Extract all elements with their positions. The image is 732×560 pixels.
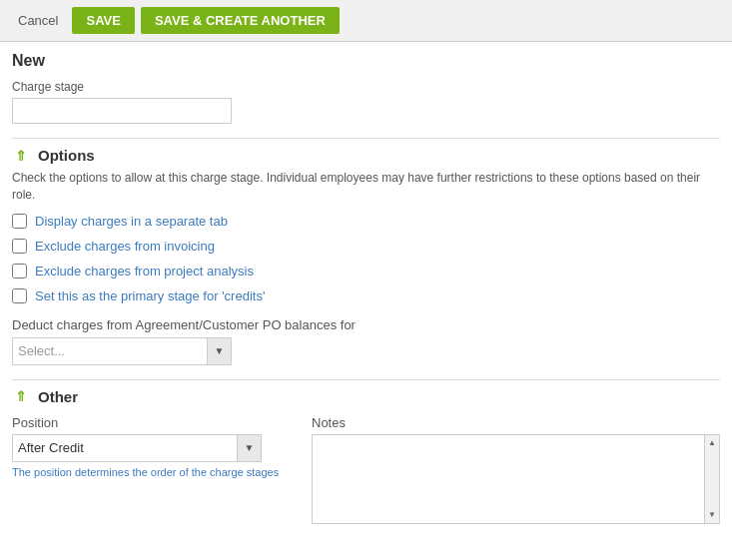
- deduct-select-arrow[interactable]: ▼: [207, 338, 231, 364]
- save-create-button[interactable]: SAVE & CREATE ANOTHER: [141, 7, 340, 34]
- chevron-down-icon: ▼: [245, 442, 255, 453]
- position-select[interactable]: After Credit Before Credit First Last: [13, 435, 237, 461]
- deduct-select-wrapper: Select... ▼: [12, 337, 232, 365]
- checkbox-item-4: Set this as the primary stage for 'credi…: [12, 288, 720, 303]
- checkbox-item-3: Exclude charges from project analysis: [12, 264, 720, 279]
- other-section: ⇑ Other Position After Credit Before Cre…: [12, 379, 720, 527]
- options-section: ⇑ Options Check the options to allow at …: [12, 138, 720, 365]
- deduct-label: Deduct charges from Agreement/Customer P…: [12, 317, 720, 332]
- scroll-down-arrow[interactable]: ▼: [705, 507, 719, 523]
- options-section-title: Options: [38, 147, 95, 164]
- exclude-invoicing-label: Exclude charges from invoicing: [35, 239, 215, 254]
- page-title: New: [12, 52, 720, 70]
- options-checkboxes: Display charges in a separate tab Exclud…: [12, 214, 720, 303]
- charge-stage-label: Charge stage: [12, 80, 720, 94]
- toolbar: Cancel SAVE SAVE & CREATE ANOTHER: [0, 0, 732, 42]
- exclude-project-analysis-checkbox[interactable]: [12, 264, 27, 279]
- checkbox-item-1: Display charges in a separate tab: [12, 214, 720, 229]
- other-left-column: Position After Credit Before Credit Firs…: [12, 415, 292, 527]
- cancel-button[interactable]: Cancel: [10, 9, 66, 32]
- position-hint: The position determines the order of the…: [12, 466, 292, 478]
- other-content: Position After Credit Before Credit Firs…: [12, 411, 720, 527]
- display-separate-tab-label: Display charges in a separate tab: [35, 214, 228, 229]
- other-section-header: ⇑ Other: [12, 380, 720, 411]
- position-select-wrapper: After Credit Before Credit First Last ▼: [12, 434, 262, 462]
- options-section-description: Check the options to allow at this charg…: [12, 170, 720, 204]
- position-select-arrow[interactable]: ▼: [237, 435, 261, 461]
- primary-stage-credits-label: Set this as the primary stage for 'credi…: [35, 288, 265, 303]
- charge-stage-input[interactable]: [12, 98, 232, 124]
- notes-textarea[interactable]: [312, 434, 720, 524]
- display-separate-tab-checkbox[interactable]: [12, 214, 27, 229]
- other-collapse-icon[interactable]: ⇑: [12, 388, 30, 404]
- scroll-up-arrow[interactable]: ▲: [705, 435, 719, 451]
- exclude-invoicing-checkbox[interactable]: [12, 239, 27, 254]
- primary-stage-credits-checkbox[interactable]: [12, 288, 27, 303]
- checkbox-item-2: Exclude charges from invoicing: [12, 239, 720, 254]
- exclude-project-analysis-label: Exclude charges from project analysis: [35, 264, 254, 279]
- charge-stage-field: Charge stage: [12, 80, 720, 124]
- chevron-down-icon: ▼: [215, 345, 225, 356]
- notes-label: Notes: [312, 415, 720, 430]
- other-right-column: Notes ▲ ▼: [312, 415, 720, 527]
- page-content: New Charge stage ⇑ Options Check the opt…: [0, 42, 732, 537]
- options-section-header: ⇑ Options: [12, 139, 720, 170]
- notes-container: ▲ ▼: [312, 434, 720, 527]
- other-section-title: Other: [38, 388, 78, 405]
- options-collapse-icon[interactable]: ⇑: [12, 148, 30, 164]
- deduct-select[interactable]: Select...: [13, 338, 207, 364]
- position-label: Position: [12, 415, 292, 430]
- save-button[interactable]: SAVE: [72, 7, 134, 34]
- notes-scrollbar: ▲ ▼: [704, 434, 720, 524]
